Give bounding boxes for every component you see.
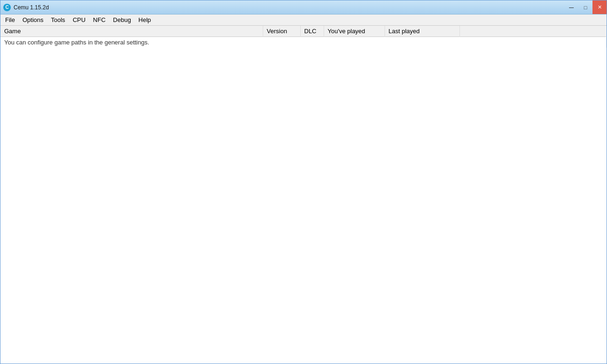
col-header-extra (459, 26, 607, 37)
minimize-button[interactable]: ─ (564, 0, 578, 14)
menu-item-debug[interactable]: Debug (109, 15, 134, 25)
menu-item-tools[interactable]: Tools (47, 15, 69, 25)
menu-item-cpu[interactable]: CPU (69, 15, 89, 25)
window-controls: ─ □ ✕ (564, 0, 607, 14)
title-bar-left: C Cemu 1.15.2d (3, 4, 49, 11)
menu-item-options[interactable]: Options (19, 15, 47, 25)
content-area: Game Version DLC You've played Last play… (0, 26, 607, 364)
app-icon: C (3, 4, 11, 11)
col-header-played: You've played (324, 26, 385, 37)
close-button[interactable]: ✕ (592, 0, 607, 14)
menu-item-file[interactable]: File (1, 15, 19, 25)
title-bar: C Cemu 1.15.2d ─ □ ✕ (0, 0, 607, 15)
maximize-button[interactable]: □ (578, 0, 592, 14)
empty-message: You can configure game paths in the gene… (0, 37, 607, 48)
col-header-last: Last played (385, 26, 459, 37)
menu-item-nfc[interactable]: NFC (89, 15, 110, 25)
col-header-version: Version (263, 26, 300, 37)
menu-bar: File Options Tools CPU NFC Debug Help (0, 15, 607, 26)
empty-row: You can configure game paths in the gene… (0, 37, 607, 48)
col-header-game: Game (0, 26, 263, 37)
col-header-dlc: DLC (300, 26, 324, 37)
menu-item-help[interactable]: Help (135, 15, 155, 25)
game-list-container[interactable]: Game Version DLC You've played Last play… (0, 26, 607, 364)
window-title: Cemu 1.15.2d (14, 4, 49, 11)
main-window: C Cemu 1.15.2d ─ □ ✕ File Options Tools … (0, 0, 607, 364)
game-table: Game Version DLC You've played Last play… (0, 26, 607, 48)
empty-message-text: You can configure game paths in the gene… (4, 39, 149, 46)
